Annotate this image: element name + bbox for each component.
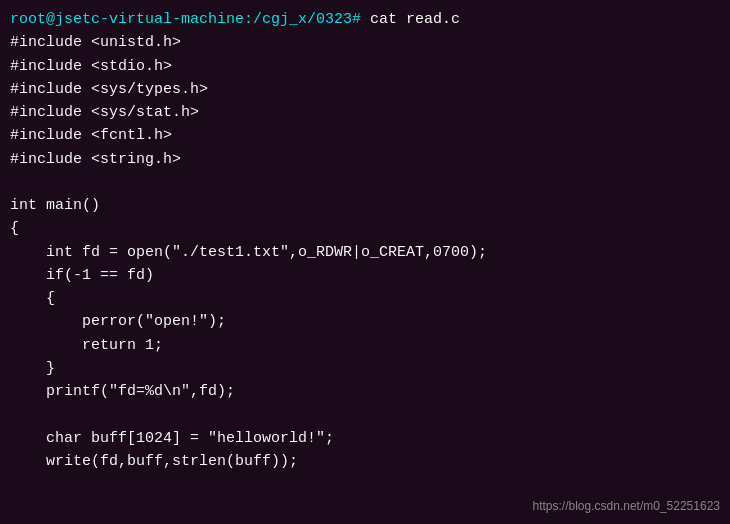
- code-line-12: {: [10, 287, 720, 310]
- code-line-5: #include <fcntl.h>: [10, 124, 720, 147]
- code-line-14: return 1;: [10, 334, 720, 357]
- code-line-15: }: [10, 357, 720, 380]
- code-line-11: if(-1 == fd): [10, 264, 720, 287]
- code-line-10: int fd = open("./test1.txt",o_RDWR|o_CRE…: [10, 241, 720, 264]
- code-line-18: char buff[1024] = "helloworld!";: [10, 427, 720, 450]
- code-line-4: #include <sys/stat.h>: [10, 101, 720, 124]
- watermark: https://blog.csdn.net/m0_52251623: [533, 497, 720, 516]
- code-line-9: {: [10, 217, 720, 240]
- terminal-window: root@jsetc-virtual-machine:/cgj_x/0323# …: [0, 0, 730, 524]
- prompt-line: root@jsetc-virtual-machine:/cgj_x/0323# …: [10, 8, 720, 31]
- code-line-19: write(fd,buff,strlen(buff));: [10, 450, 720, 473]
- prompt-text: root@jsetc-virtual-machine:/cgj_x/0323#: [10, 11, 370, 28]
- code-line-1: #include <unistd.h>: [10, 31, 720, 54]
- code-line-8: int main(): [10, 194, 720, 217]
- code-line-2: #include <stdio.h>: [10, 55, 720, 78]
- command-text: cat read.c: [370, 11, 460, 28]
- code-line-13: perror("open!");: [10, 310, 720, 333]
- code-line-16: printf("fd=%d\n",fd);: [10, 380, 720, 403]
- code-line-3: #include <sys/types.h>: [10, 78, 720, 101]
- code-line-7: [10, 171, 720, 194]
- code-line-6: #include <string.h>: [10, 148, 720, 171]
- code-line-17: [10, 403, 720, 426]
